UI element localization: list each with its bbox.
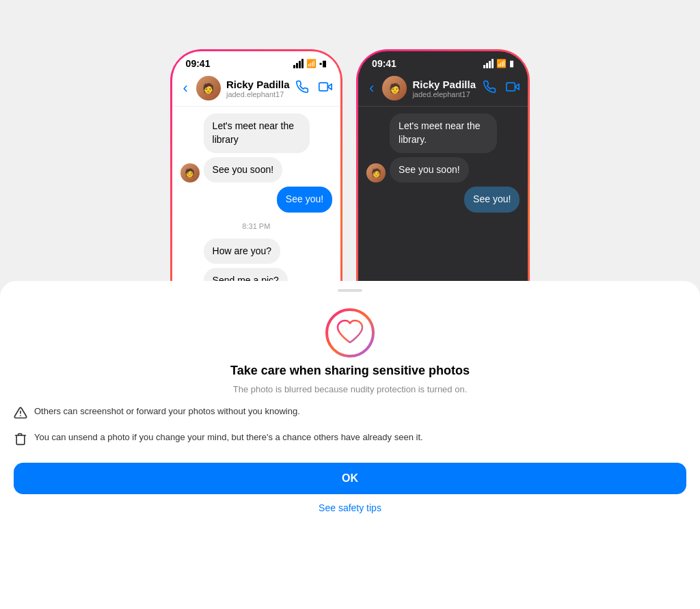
- signal-icon-right: [483, 59, 494, 68]
- modal-warnings: Others can screenshot or forward your ph…: [358, 405, 528, 449]
- contact-info-left: Ricky Padilla jaded.elephant17: [226, 79, 290, 98]
- message-bubble: See you soon!: [204, 157, 283, 183]
- contact-name-right: Ricky Padilla: [412, 79, 477, 90]
- modal-warning-text-2: You can unsend a photo if you change you…: [358, 431, 423, 444]
- time-left: 09:41: [186, 58, 211, 69]
- message-bubble-right-2: See you soon!: [390, 157, 469, 183]
- svg-marker-0: [327, 84, 332, 90]
- back-button-right[interactable]: ‹: [366, 79, 377, 97]
- svg-rect-1: [319, 83, 328, 91]
- contact-username-left: jaded.elephant17: [226, 90, 290, 98]
- message-bubble-right: Let's meet near the library.: [390, 113, 497, 152]
- header-actions-left: [295, 80, 332, 97]
- timestamp-label: 8:31 PM: [180, 222, 332, 230]
- contact-info-right: Ricky Padilla jaded.elephant17: [412, 79, 477, 98]
- avatar-small-right: 🧑: [366, 163, 386, 182]
- modal-safety-link[interactable]: See safety tips: [358, 502, 381, 513]
- contact-name-left: Ricky Padilla: [226, 79, 290, 90]
- signal-icon: [293, 59, 304, 68]
- wifi-icon: 📶: [306, 59, 317, 68]
- contact-avatar-left: 🧑: [196, 76, 221, 100]
- video-button-right[interactable]: [506, 80, 520, 97]
- avatar-small-left: 🧑: [180, 163, 200, 182]
- wifi-icon-right: 📶: [496, 59, 507, 68]
- svg-marker-12: [515, 84, 520, 90]
- time-right: 09:41: [372, 58, 396, 69]
- message-row-right: Let's meet near the library.: [366, 113, 520, 152]
- battery-icon-right: ▮: [509, 59, 514, 68]
- video-button-left[interactable]: [319, 80, 332, 97]
- status-bar-right: 09:41 📶 ▮: [358, 51, 528, 72]
- message-bubble: Let's meet near the library: [204, 113, 310, 152]
- message-row-right-sent: See you!: [366, 187, 520, 213]
- messages-area-right: Let's meet near the library. 🧑 See you s…: [358, 107, 528, 230]
- status-bar-left: 09:41 📶 ▪▮: [172, 51, 340, 72]
- message-bubble: See you!: [277, 187, 332, 213]
- svg-rect-13: [507, 83, 515, 91]
- modal-ok-button[interactable]: OK: [358, 463, 528, 494]
- message-row: See you!: [180, 187, 332, 213]
- battery-icon: ▪▮: [319, 59, 327, 68]
- message-row: Let's meet near the library: [180, 113, 332, 152]
- modal-warning-2: You can unsend a photo if you change you…: [358, 431, 528, 449]
- modal-title: Take care when sharing sensitive photos: [358, 363, 470, 379]
- modal-handle: [358, 289, 362, 292]
- message-row-right-2: 🧑 See you soon!: [366, 157, 520, 183]
- phone-button-left[interactable]: [295, 80, 309, 97]
- chat-header-left: ‹ 🧑 Ricky Padilla jaded.elephant17: [172, 72, 340, 107]
- phone-button-right[interactable]: [483, 80, 496, 97]
- message-bubble-right-sent: See you!: [464, 187, 520, 213]
- status-icons-left: 📶 ▪▮: [293, 59, 327, 68]
- modal-warning-1: Others can screenshot or forward your ph…: [358, 405, 528, 423]
- right-phone-screen: 09:41 📶 ▮ ‹ 🧑 Ricky Padilla: [358, 51, 528, 557]
- message-row: How are you?: [180, 239, 332, 265]
- header-actions-right: [483, 80, 520, 97]
- message-row: 🧑 See you soon!: [180, 157, 332, 183]
- modal-subtitle: The photo is blurred because nudity prot…: [358, 384, 467, 394]
- contact-username-right: jaded.elephant17: [412, 90, 477, 98]
- heart-icon-ring: [358, 306, 377, 363]
- right-phone-frame: 09:41 📶 ▮ ‹ 🧑 Ricky Padilla: [356, 49, 530, 559]
- back-button-left[interactable]: ‹: [180, 79, 191, 97]
- modal-sheet: Take care when sharing sensitive photos …: [358, 281, 528, 558]
- message-bubble: How are you?: [204, 239, 280, 265]
- status-icons-right: 📶 ▮: [483, 59, 514, 68]
- contact-avatar-right: 🧑: [382, 76, 407, 100]
- chat-header-right: ‹ 🧑 Ricky Padilla jaded.elephant17: [358, 72, 528, 107]
